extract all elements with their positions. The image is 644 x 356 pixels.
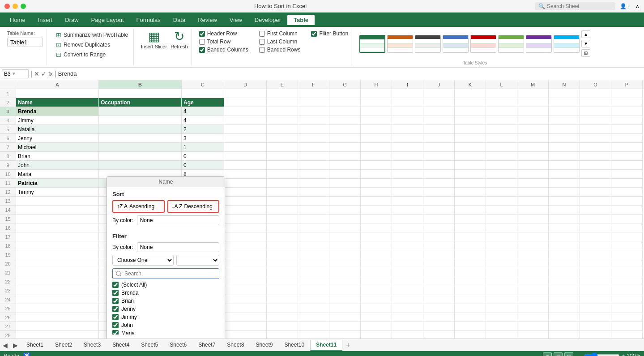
styles-down-arrow[interactable]: ▼ [581, 40, 590, 47]
cell-p-14[interactable] [580, 206, 611, 214]
age-filter-dropdown[interactable]: ▼ [218, 100, 222, 105]
cell-h-18[interactable] [329, 241, 361, 250]
cell-k-28[interactable] [423, 331, 455, 339]
col-header-e[interactable]: E [267, 80, 298, 89]
cell-q3[interactable] [611, 107, 643, 116]
cell-k-26[interactable] [423, 313, 455, 322]
cell-o10[interactable] [549, 170, 580, 179]
cell-b10[interactable]: Maria [16, 170, 99, 179]
cell-o-19[interactable] [549, 250, 580, 259]
cell-n4[interactable] [517, 116, 549, 125]
cell-g10[interactable] [298, 170, 329, 179]
cell-i-18[interactable] [361, 241, 392, 250]
cell-j11[interactable] [392, 179, 423, 188]
cell-l7[interactable] [455, 143, 486, 152]
cell-f4[interactable] [267, 116, 298, 125]
cell-g-20[interactable] [298, 259, 329, 268]
styles-up-arrow[interactable]: ▲ [581, 30, 590, 38]
sheet-tab-2[interactable]: Sheet2 [49, 340, 78, 350]
page-layout-view-button[interactable]: ▤ [554, 352, 563, 356]
cell-e1[interactable] [224, 89, 267, 98]
cell-p-16[interactable] [580, 223, 611, 232]
cell-g1[interactable] [298, 89, 329, 98]
cell-o-24[interactable] [549, 295, 580, 304]
cell-i9[interactable] [361, 161, 392, 170]
col-header-j[interactable]: J [423, 80, 455, 89]
cell-l-22[interactable] [455, 277, 486, 286]
cell-e7[interactable] [224, 143, 267, 152]
cell-p3[interactable] [580, 107, 611, 116]
cell-p-22[interactable] [580, 277, 611, 286]
cell-h-23[interactable] [329, 286, 361, 295]
cell-p11[interactable] [580, 179, 611, 188]
cell-o-23[interactable] [549, 286, 580, 295]
tab-table[interactable]: Table [287, 15, 315, 25]
cell-q-20[interactable] [611, 259, 643, 268]
col-header-c[interactable]: C [182, 80, 224, 89]
col-header-n[interactable]: N [549, 80, 580, 89]
cell-q-24[interactable] [611, 295, 643, 304]
cell-k-19[interactable] [423, 250, 455, 259]
cell-q-14[interactable] [611, 206, 643, 214]
cell-i10[interactable] [361, 170, 392, 179]
cell-c9[interactable] [99, 161, 182, 170]
sheet-nav-left[interactable]: ◀ [0, 342, 10, 349]
cell-i7[interactable] [361, 143, 392, 152]
cell-q-19[interactable] [611, 250, 643, 259]
cell-i11[interactable] [361, 179, 392, 188]
style-purple[interactable] [526, 35, 552, 53]
cell-n-18[interactable] [517, 241, 549, 250]
cell-n-20[interactable] [517, 259, 549, 268]
cell-d6[interactable]: 3 [182, 134, 224, 143]
cell-k9[interactable] [423, 161, 455, 170]
last-column-checkbox[interactable] [259, 39, 265, 45]
cell-p-17[interactable] [580, 232, 611, 241]
banded-rows-checkbox[interactable] [199, 47, 205, 53]
cell-n-21[interactable] [517, 268, 549, 277]
cell-n-14[interactable] [517, 206, 549, 214]
col-header-l[interactable]: L [486, 80, 517, 89]
cell-e-13[interactable] [224, 197, 267, 206]
cell-e8[interactable] [224, 152, 267, 161]
tab-view[interactable]: View [223, 15, 248, 25]
cell-j-24[interactable] [392, 295, 423, 304]
cell-b-18[interactable] [16, 241, 99, 250]
cell-k3[interactable] [423, 107, 455, 116]
cell-q7[interactable] [611, 143, 643, 152]
col-header-g[interactable]: G [329, 80, 361, 89]
cell-n-26[interactable] [517, 313, 549, 322]
cell-h-24[interactable] [329, 295, 361, 304]
cell-k8[interactable] [423, 152, 455, 161]
cell-n-23[interactable] [517, 286, 549, 295]
cell-k11[interactable] [423, 179, 455, 188]
cell-g-28[interactable] [298, 331, 329, 339]
cell-i-27[interactable] [361, 322, 392, 331]
filter-value-select[interactable] [176, 255, 219, 266]
cell-q-15[interactable] [611, 214, 643, 223]
sheet-tab-6[interactable]: Sheet6 [164, 340, 192, 350]
cell-b7[interactable]: Michael [16, 143, 99, 152]
cell-e4[interactable] [224, 116, 267, 125]
style-cyan[interactable] [554, 35, 580, 53]
styles-expand-arrow[interactable]: ⊞ [581, 49, 590, 57]
cell-j7[interactable] [392, 143, 423, 152]
cell-o5[interactable] [549, 125, 580, 134]
cell-q-22[interactable] [611, 277, 643, 286]
cell-g12[interactable] [298, 188, 329, 197]
close-button[interactable] [4, 4, 10, 9]
cell-g-15[interactable] [298, 214, 329, 223]
cell-m-21[interactable] [486, 268, 517, 277]
cell-m-15[interactable] [486, 214, 517, 223]
cell-p-19[interactable] [580, 250, 611, 259]
cell-n-24[interactable] [517, 295, 549, 304]
cell-l10[interactable] [455, 170, 486, 179]
cell-h1[interactable] [329, 89, 361, 98]
cell-f-23[interactable] [267, 286, 298, 295]
cell-c6[interactable] [99, 134, 182, 143]
cell-k-25[interactable] [423, 304, 455, 313]
checkbox-jimmy[interactable] [112, 314, 119, 320]
cell-i-26[interactable] [361, 313, 392, 322]
tab-home[interactable]: Home [4, 15, 32, 25]
style-red[interactable] [470, 35, 496, 53]
cell-n-22[interactable] [517, 277, 549, 286]
